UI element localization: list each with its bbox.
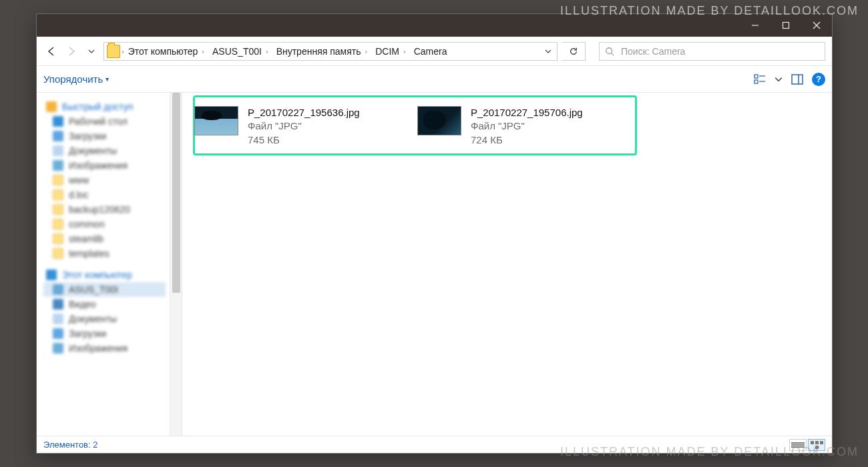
- help-button[interactable]: ?: [812, 73, 825, 86]
- explorer-body: Быстрый доступ Рабочий стол Загрузки Док…: [37, 93, 832, 436]
- file-type: Файл "JPG": [248, 119, 360, 133]
- sidebar-desktop[interactable]: Рабочий стол: [43, 114, 166, 129]
- folder-icon: [107, 45, 120, 58]
- svg-rect-10: [792, 75, 803, 84]
- sidebar-quick-access[interactable]: Быстрый доступ: [43, 99, 166, 114]
- file-thumbnail-icon: [417, 106, 461, 135]
- breadcrumb-box: › Этот компьютер› ASUS_T00I› Внутренняя …: [103, 42, 558, 61]
- nav-back-button[interactable]: [43, 43, 59, 59]
- status-item-count: Элементов: 2: [43, 440, 97, 450]
- sidebar-this-pc[interactable]: Этот компьютер: [43, 268, 166, 282]
- nav-recent-button[interactable]: [83, 43, 99, 59]
- sidebar-documents[interactable]: Документы: [43, 143, 166, 158]
- toolbar: Упорядочить ▾ ?: [37, 66, 832, 93]
- sidebar-scrollbar-thumb[interactable]: [172, 93, 180, 293]
- svg-point-4: [606, 47, 612, 53]
- svg-rect-6: [754, 75, 758, 78]
- view-caret[interactable]: [775, 71, 783, 87]
- file-size: 745 КБ: [248, 133, 360, 147]
- svg-rect-1: [783, 23, 789, 29]
- file-item[interactable]: P_20170227_195706.jpg Файл "JPG" 724 КБ: [415, 102, 622, 151]
- search-input[interactable]: [620, 45, 819, 57]
- crumb-camera[interactable]: Camera: [410, 43, 451, 60]
- status-bar: Элементов: 2: [37, 436, 832, 453]
- view-mode-switch: [789, 439, 825, 451]
- svg-line-5: [612, 53, 614, 55]
- organize-menu[interactable]: Упорядочить ▾: [43, 73, 109, 85]
- refresh-button[interactable]: [562, 42, 586, 61]
- sidebar-scrollbar[interactable]: [170, 93, 182, 436]
- file-type: Файл "JPG": [471, 119, 583, 133]
- maximize-button[interactable]: [771, 14, 801, 37]
- crumb-storage[interactable]: Внутренняя память›: [272, 43, 372, 60]
- sidebar-folder-4[interactable]: common: [43, 217, 166, 231]
- sidebar-documents-2[interactable]: Документы: [43, 312, 166, 326]
- minimize-button[interactable]: [740, 14, 771, 37]
- navigation-pane: Быстрый доступ Рабочий стол Загрузки Док…: [37, 93, 182, 436]
- breadcrumb-dropdown[interactable]: [541, 48, 556, 55]
- sidebar-folder-5[interactable]: steamlib: [43, 231, 166, 246]
- crumb-device[interactable]: ASUS_T00I›: [208, 43, 272, 60]
- sidebar-folder-3[interactable]: backup120620: [43, 202, 166, 217]
- sidebar-video[interactable]: Видео: [43, 297, 166, 312]
- view-options-button[interactable]: [752, 71, 768, 87]
- address-bar: › Этот компьютер› ASUS_T00I› Внутренняя …: [37, 37, 832, 66]
- sidebar-folder-6[interactable]: templates: [43, 246, 166, 261]
- sidebar-downloads-2[interactable]: Загрузки: [43, 326, 166, 341]
- close-button[interactable]: [801, 14, 832, 37]
- file-name: P_20170227_195636.jpg: [248, 106, 360, 119]
- explorer-window: › Этот компьютер› ASUS_T00I› Внутренняя …: [36, 13, 833, 454]
- view-mode-tiles[interactable]: [808, 439, 825, 451]
- file-size: 724 КБ: [471, 133, 583, 147]
- sidebar-images[interactable]: Изображения: [43, 158, 166, 173]
- sidebar-downloads[interactable]: Загрузки: [43, 129, 166, 143]
- nav-forward-button[interactable]: [63, 43, 79, 59]
- titlebar: [37, 14, 832, 37]
- crumb-this-pc[interactable]: Этот компьютер›: [124, 43, 208, 60]
- sidebar-images-2[interactable]: Изображения: [43, 341, 166, 356]
- svg-rect-7: [754, 80, 758, 83]
- file-list: P_20170227_195636.jpg Файл "JPG" 745 КБ …: [182, 93, 832, 436]
- view-mode-details[interactable]: [789, 439, 807, 451]
- search-box[interactable]: [599, 42, 825, 61]
- file-item[interactable]: P_20170227_195636.jpg Файл "JPG" 745 КБ: [192, 102, 399, 151]
- sidebar-folder-2[interactable]: d.loc: [43, 187, 166, 202]
- sidebar-folder-1[interactable]: www: [43, 173, 166, 187]
- file-thumbnail-icon: [194, 106, 238, 135]
- crumb-dcim[interactable]: DCIM›: [371, 43, 409, 60]
- preview-pane-button[interactable]: [789, 71, 805, 87]
- file-name: P_20170227_195706.jpg: [471, 106, 583, 119]
- sidebar-device[interactable]: ASUS_T00I: [43, 282, 166, 297]
